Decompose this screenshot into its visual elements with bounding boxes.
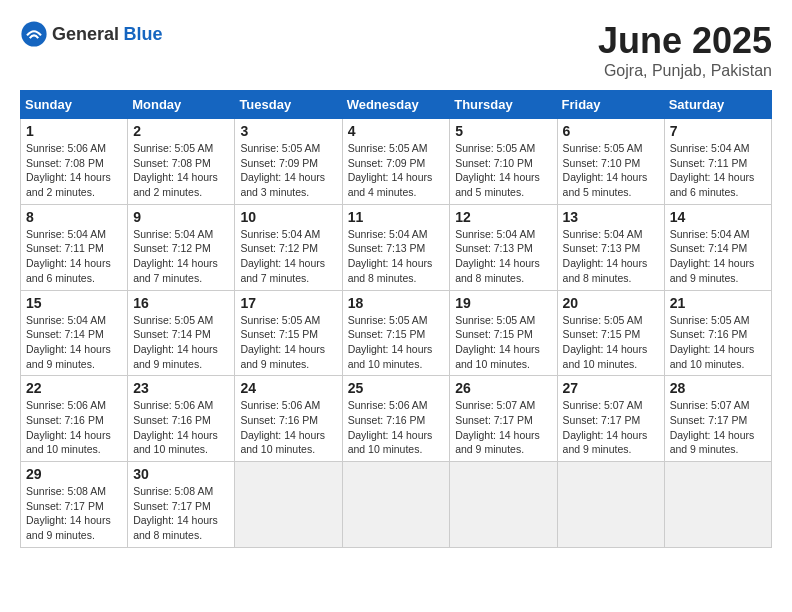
day-21: 21 Sunrise: 5:05 AMSunset: 7:16 PMDaylig… [664, 290, 771, 376]
weekday-header-row: Sunday Monday Tuesday Wednesday Thursday… [21, 91, 772, 119]
day-number: 6 [563, 123, 659, 139]
header-saturday: Saturday [664, 91, 771, 119]
day-number: 2 [133, 123, 229, 139]
table-row: 8 Sunrise: 5:04 AMSunset: 7:11 PMDayligh… [21, 204, 772, 290]
day-number: 28 [670, 380, 766, 396]
day-number: 26 [455, 380, 551, 396]
header-tuesday: Tuesday [235, 91, 342, 119]
day-16: 16 Sunrise: 5:05 AMSunset: 7:14 PMDaylig… [128, 290, 235, 376]
header-monday: Monday [128, 91, 235, 119]
table-row: 22 Sunrise: 5:06 AMSunset: 7:16 PMDaylig… [21, 376, 772, 462]
day-26: 26 Sunrise: 5:07 AMSunset: 7:17 PMDaylig… [450, 376, 557, 462]
day-23: 23 Sunrise: 5:06 AMSunset: 7:16 PMDaylig… [128, 376, 235, 462]
day-number: 25 [348, 380, 445, 396]
day-number: 30 [133, 466, 229, 482]
day-30: 30 Sunrise: 5:08 AMSunset: 7:17 PMDaylig… [128, 462, 235, 548]
day-number: 22 [26, 380, 122, 396]
day-info: Sunrise: 5:08 AMSunset: 7:17 PMDaylight:… [26, 484, 122, 543]
day-number: 18 [348, 295, 445, 311]
day-12: 12 Sunrise: 5:04 AMSunset: 7:13 PMDaylig… [450, 204, 557, 290]
day-20: 20 Sunrise: 5:05 AMSunset: 7:15 PMDaylig… [557, 290, 664, 376]
day-15: 15 Sunrise: 5:04 AMSunset: 7:14 PMDaylig… [21, 290, 128, 376]
day-info: Sunrise: 5:08 AMSunset: 7:17 PMDaylight:… [133, 484, 229, 543]
day-info: Sunrise: 5:04 AMSunset: 7:14 PMDaylight:… [26, 313, 122, 372]
page-container: General Blue June 2025 Gojra, Punjab, Pa… [20, 20, 772, 548]
day-24: 24 Sunrise: 5:06 AMSunset: 7:16 PMDaylig… [235, 376, 342, 462]
day-info: Sunrise: 5:05 AMSunset: 7:14 PMDaylight:… [133, 313, 229, 372]
day-number: 29 [26, 466, 122, 482]
day-info: Sunrise: 5:06 AMSunset: 7:16 PMDaylight:… [348, 398, 445, 457]
logo-general-text: General [52, 24, 119, 44]
logo-icon [20, 20, 48, 48]
month-title: June 2025 [598, 20, 772, 62]
day-2: 2 Sunrise: 5:05 AMSunset: 7:08 PMDayligh… [128, 119, 235, 205]
day-info: Sunrise: 5:06 AMSunset: 7:16 PMDaylight:… [26, 398, 122, 457]
day-info: Sunrise: 5:06 AMSunset: 7:16 PMDaylight:… [133, 398, 229, 457]
day-8: 8 Sunrise: 5:04 AMSunset: 7:11 PMDayligh… [21, 204, 128, 290]
day-info: Sunrise: 5:05 AMSunset: 7:16 PMDaylight:… [670, 313, 766, 372]
day-5: 5 Sunrise: 5:05 AMSunset: 7:10 PMDayligh… [450, 119, 557, 205]
day-29: 29 Sunrise: 5:08 AMSunset: 7:17 PMDaylig… [21, 462, 128, 548]
day-info: Sunrise: 5:05 AMSunset: 7:15 PMDaylight:… [455, 313, 551, 372]
empty-cell [450, 462, 557, 548]
day-25: 25 Sunrise: 5:06 AMSunset: 7:16 PMDaylig… [342, 376, 450, 462]
day-info: Sunrise: 5:05 AMSunset: 7:15 PMDaylight:… [240, 313, 336, 372]
day-info: Sunrise: 5:06 AMSunset: 7:16 PMDaylight:… [240, 398, 336, 457]
day-27: 27 Sunrise: 5:07 AMSunset: 7:17 PMDaylig… [557, 376, 664, 462]
day-6: 6 Sunrise: 5:05 AMSunset: 7:10 PMDayligh… [557, 119, 664, 205]
day-number: 17 [240, 295, 336, 311]
day-number: 20 [563, 295, 659, 311]
day-number: 12 [455, 209, 551, 225]
calendar-table: Sunday Monday Tuesday Wednesday Thursday… [20, 90, 772, 548]
day-number: 21 [670, 295, 766, 311]
day-info: Sunrise: 5:07 AMSunset: 7:17 PMDaylight:… [670, 398, 766, 457]
day-info: Sunrise: 5:05 AMSunset: 7:08 PMDaylight:… [133, 141, 229, 200]
day-13: 13 Sunrise: 5:04 AMSunset: 7:13 PMDaylig… [557, 204, 664, 290]
day-number: 23 [133, 380, 229, 396]
day-info: Sunrise: 5:05 AMSunset: 7:15 PMDaylight:… [348, 313, 445, 372]
day-number: 13 [563, 209, 659, 225]
day-18: 18 Sunrise: 5:05 AMSunset: 7:15 PMDaylig… [342, 290, 450, 376]
day-info: Sunrise: 5:04 AMSunset: 7:12 PMDaylight:… [133, 227, 229, 286]
day-number: 8 [26, 209, 122, 225]
day-number: 14 [670, 209, 766, 225]
empty-cell [664, 462, 771, 548]
day-10: 10 Sunrise: 5:04 AMSunset: 7:12 PMDaylig… [235, 204, 342, 290]
day-info: Sunrise: 5:04 AMSunset: 7:11 PMDaylight:… [26, 227, 122, 286]
location-title: Gojra, Punjab, Pakistan [598, 62, 772, 80]
day-number: 10 [240, 209, 336, 225]
day-number: 11 [348, 209, 445, 225]
day-9: 9 Sunrise: 5:04 AMSunset: 7:12 PMDayligh… [128, 204, 235, 290]
day-info: Sunrise: 5:05 AMSunset: 7:10 PMDaylight:… [563, 141, 659, 200]
day-info: Sunrise: 5:07 AMSunset: 7:17 PMDaylight:… [455, 398, 551, 457]
table-row: 1 Sunrise: 5:06 AMSunset: 7:08 PMDayligh… [21, 119, 772, 205]
day-number: 3 [240, 123, 336, 139]
day-info: Sunrise: 5:05 AMSunset: 7:15 PMDaylight:… [563, 313, 659, 372]
day-3: 3 Sunrise: 5:05 AMSunset: 7:09 PMDayligh… [235, 119, 342, 205]
day-info: Sunrise: 5:07 AMSunset: 7:17 PMDaylight:… [563, 398, 659, 457]
table-row: 29 Sunrise: 5:08 AMSunset: 7:17 PMDaylig… [21, 462, 772, 548]
day-info: Sunrise: 5:05 AMSunset: 7:10 PMDaylight:… [455, 141, 551, 200]
day-14: 14 Sunrise: 5:04 AMSunset: 7:14 PMDaylig… [664, 204, 771, 290]
day-4: 4 Sunrise: 5:05 AMSunset: 7:09 PMDayligh… [342, 119, 450, 205]
day-number: 15 [26, 295, 122, 311]
title-section: June 2025 Gojra, Punjab, Pakistan [598, 20, 772, 80]
day-19: 19 Sunrise: 5:05 AMSunset: 7:15 PMDaylig… [450, 290, 557, 376]
day-info: Sunrise: 5:04 AMSunset: 7:13 PMDaylight:… [455, 227, 551, 286]
day-22: 22 Sunrise: 5:06 AMSunset: 7:16 PMDaylig… [21, 376, 128, 462]
day-info: Sunrise: 5:04 AMSunset: 7:12 PMDaylight:… [240, 227, 336, 286]
header-thursday: Thursday [450, 91, 557, 119]
day-info: Sunrise: 5:06 AMSunset: 7:08 PMDaylight:… [26, 141, 122, 200]
day-number: 7 [670, 123, 766, 139]
header-sunday: Sunday [21, 91, 128, 119]
day-17: 17 Sunrise: 5:05 AMSunset: 7:15 PMDaylig… [235, 290, 342, 376]
day-1: 1 Sunrise: 5:06 AMSunset: 7:08 PMDayligh… [21, 119, 128, 205]
header-wednesday: Wednesday [342, 91, 450, 119]
day-number: 1 [26, 123, 122, 139]
logo-blue-text: Blue [124, 24, 163, 44]
day-7: 7 Sunrise: 5:04 AMSunset: 7:11 PMDayligh… [664, 119, 771, 205]
empty-cell [235, 462, 342, 548]
empty-cell [342, 462, 450, 548]
day-number: 27 [563, 380, 659, 396]
day-number: 5 [455, 123, 551, 139]
